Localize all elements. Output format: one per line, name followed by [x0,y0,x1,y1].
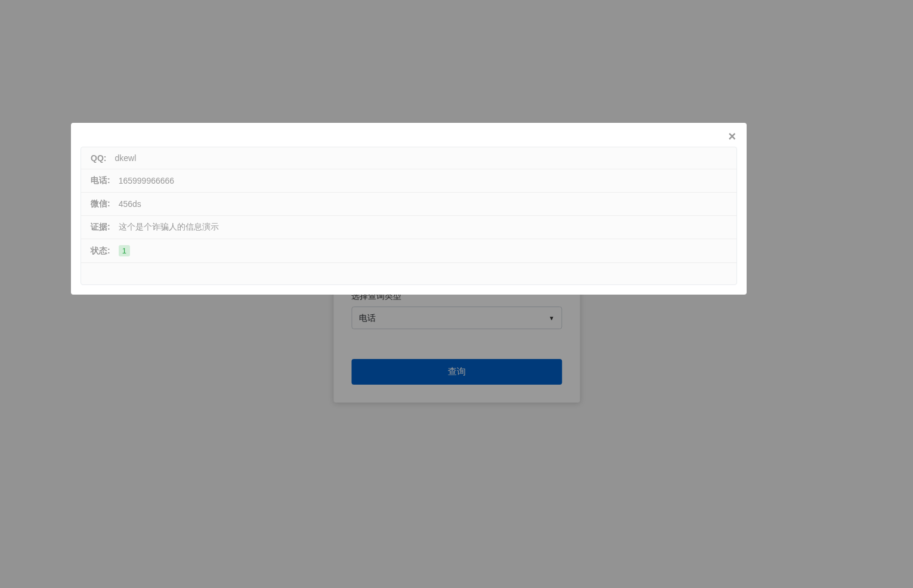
info-row-spacer [81,263,736,284]
info-label: QQ: [91,153,106,163]
info-label: 状态: [91,246,110,256]
info-panel: QQ: dkewl 电话: 165999966666 微信: 456ds 证据:… [81,147,737,285]
info-row-qq: QQ: dkewl [81,147,736,169]
info-label: 电话: [91,175,110,186]
close-icon: × [728,129,736,144]
info-label: 证据: [91,222,110,233]
info-table: QQ: dkewl 电话: 165999966666 微信: 456ds 证据:… [81,147,736,284]
info-label: 微信: [91,199,110,209]
info-row-status: 状态: 1 [81,239,736,263]
info-row-wechat: 微信: 456ds [81,193,736,216]
status-badge: 1 [119,245,130,256]
info-value: dkewl [114,153,136,163]
info-row-evidence: 证据: 这个是个诈骗人的信息演示 [81,216,736,239]
close-button[interactable]: × [728,130,736,143]
info-value: 这个是个诈骗人的信息演示 [119,222,219,233]
info-value: 165999966666 [119,176,174,185]
info-row-phone: 电话: 165999966666 [81,169,736,193]
modal-dialog: × QQ: dkewl 电话: 165999966666 微信: 456ds 证… [71,123,747,295]
modal-overlay[interactable]: × QQ: dkewl 电话: 165999966666 微信: 456ds 证… [0,0,913,588]
info-value: 456ds [119,199,141,209]
